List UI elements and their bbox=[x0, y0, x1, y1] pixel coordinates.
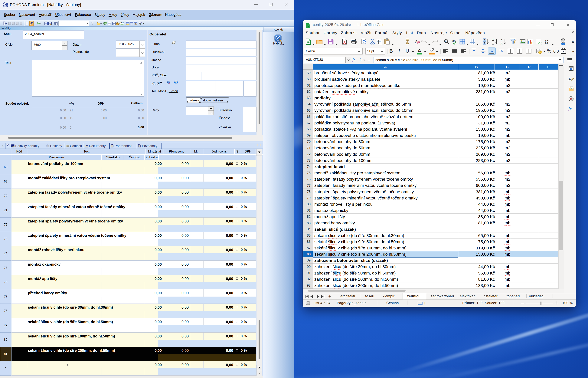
svg-text:!: ! bbox=[170, 82, 170, 84]
svg-text:A: A bbox=[501, 42, 502, 45]
svg-text:i: i bbox=[48, 145, 48, 147]
svg-text:e: e bbox=[175, 81, 176, 84]
svg-text:A: A bbox=[492, 39, 494, 42]
svg-text:A: A bbox=[568, 77, 571, 81]
svg-text:Z: Z bbox=[484, 42, 485, 45]
svg-text:?: ? bbox=[141, 22, 142, 24]
svg-text:A: A bbox=[484, 39, 486, 41]
svg-text:a: a bbox=[445, 40, 446, 42]
svg-text:dodací adresa: dodací adresa bbox=[203, 99, 223, 102]
svg-text:Z: Z bbox=[501, 39, 502, 42]
svg-text:7: 7 bbox=[562, 50, 564, 54]
svg-text:IBAN: IBAN bbox=[121, 22, 124, 24]
svg-text:Z: Z bbox=[492, 42, 494, 45]
svg-text:abc: abc bbox=[452, 39, 456, 42]
svg-text:adresa: adresa bbox=[190, 99, 199, 102]
svg-text:fx: fx bbox=[568, 106, 572, 111]
